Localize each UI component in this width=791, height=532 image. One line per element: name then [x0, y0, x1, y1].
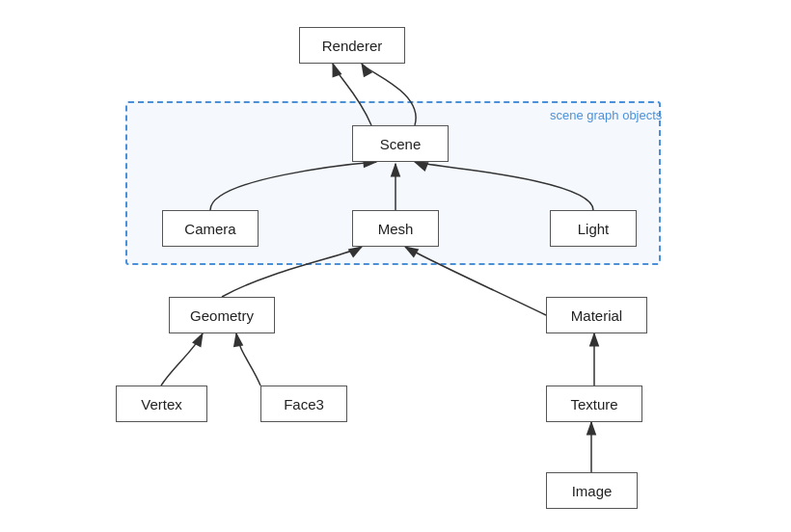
face3-node: Face3 [260, 386, 347, 422]
vertex-node: Vertex [116, 386, 207, 422]
svg-marker-0 [0, 0, 10, 7]
diagram: scene graph objects Rende [0, 0, 791, 532]
geometry-node: Geometry [169, 297, 275, 333]
image-node: Image [546, 472, 638, 509]
material-node: Material [546, 297, 647, 333]
arrows-svg [0, 0, 791, 532]
light-node: Light [550, 210, 637, 247]
texture-node: Texture [546, 386, 642, 422]
scene-node: Scene [352, 125, 449, 162]
renderer-node: Renderer [299, 27, 405, 64]
camera-node: Camera [162, 210, 259, 247]
scene-graph-label: scene graph objects [550, 108, 662, 122]
mesh-node: Mesh [352, 210, 439, 247]
